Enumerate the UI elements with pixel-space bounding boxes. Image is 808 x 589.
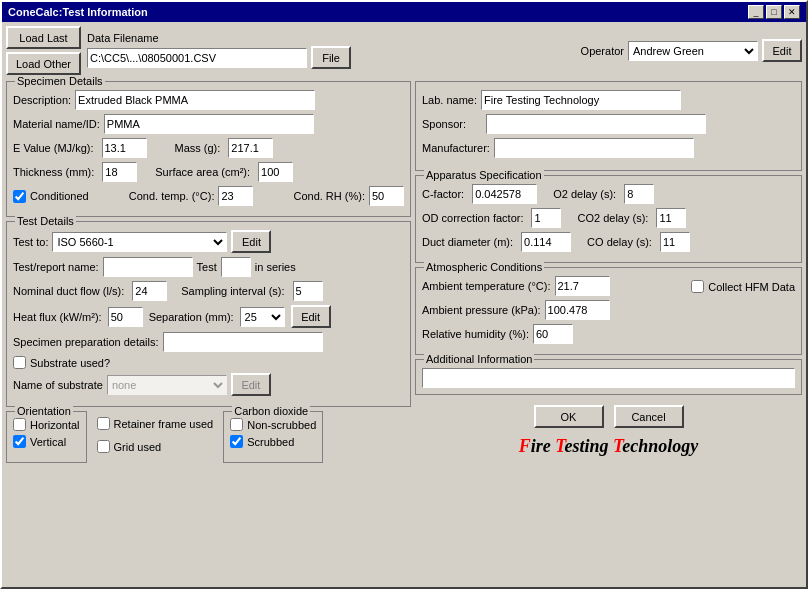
material-label: Material name/ID: <box>13 118 100 130</box>
apparatus-group: Apparatus Specification C-factor: O2 del… <box>415 175 802 263</box>
conditioned-checkbox[interactable] <box>13 190 26 203</box>
load-other-button[interactable]: Load Other <box>6 52 81 75</box>
test-to-edit-button[interactable]: Edit <box>231 230 271 253</box>
file-button[interactable]: File <box>311 46 351 69</box>
operator-select[interactable]: Andrew Green <box>628 41 758 61</box>
co2-delay-input[interactable] <box>656 208 686 228</box>
vertical-checkbox[interactable] <box>13 435 26 448</box>
ambient-pressure-input[interactable] <box>545 300 610 320</box>
cond-rh-input[interactable] <box>369 186 404 206</box>
main-window: ConeCalc:Test Information _ □ ✕ Load Las… <box>0 0 808 589</box>
duct-diameter-label: Duct diameter (m): <box>422 236 513 248</box>
e-value-label: E Value (MJ/kg): <box>13 142 94 154</box>
c-factor-input[interactable] <box>472 184 537 204</box>
e-value-input[interactable] <box>102 138 147 158</box>
cond-rh-label: Cond. RH (%): <box>293 190 365 202</box>
data-filename-label: Data Filename <box>87 32 565 44</box>
minimize-button[interactable]: _ <box>748 5 764 19</box>
co2-delay-label: CO2 delay (s): <box>577 212 648 224</box>
additional-info-group: Additional Information <box>415 359 802 395</box>
retainer-checkbox[interactable] <box>97 417 110 430</box>
substrate-name-select[interactable]: none <box>107 375 227 395</box>
operator-edit-button[interactable]: Edit <box>762 39 802 62</box>
conditioned-label: Conditioned <box>30 190 89 202</box>
substrate-checkbox[interactable] <box>13 356 26 369</box>
thickness-input[interactable] <box>102 162 137 182</box>
separation-label: Separation (mm): <box>149 311 234 323</box>
test-report-input[interactable] <box>103 257 193 277</box>
c-factor-label: C-factor: <box>422 188 464 200</box>
filename-input[interactable] <box>87 48 307 68</box>
separation-select[interactable]: 25 <box>240 307 285 327</box>
material-input[interactable] <box>104 114 314 134</box>
ambient-temp-input[interactable] <box>555 276 610 296</box>
description-label: Description: <box>13 94 71 106</box>
ambient-pressure-label: Ambient pressure (kPa): <box>422 304 541 316</box>
load-last-button[interactable]: Load Last <box>6 26 81 49</box>
additional-info-input[interactable] <box>422 368 795 388</box>
cancel-button[interactable]: Cancel <box>614 405 684 428</box>
test-to-label: Test to: <box>13 236 48 248</box>
grid-checkbox[interactable] <box>97 440 110 453</box>
specimen-details-group: Specimen Details Description: Material n… <box>6 81 411 217</box>
test-details-label: Test Details <box>15 215 76 227</box>
non-scrubbed-checkbox[interactable] <box>230 418 243 431</box>
retainer-section: Retainer frame used Grid used <box>91 411 220 463</box>
horizontal-checkbox[interactable] <box>13 418 26 431</box>
relative-humidity-input[interactable] <box>533 324 573 344</box>
thickness-label: Thickness (mm): <box>13 166 94 178</box>
carbon-dioxide-group: Carbon dioxide Non-scrubbed Scrubbed <box>223 411 323 463</box>
heat-flux-input[interactable] <box>108 307 143 327</box>
o2-delay-input[interactable] <box>624 184 654 204</box>
lab-name-input[interactable] <box>481 90 681 110</box>
in-series-input[interactable] <box>221 257 251 277</box>
mass-input[interactable] <box>228 138 273 158</box>
sampling-interval-label: Sampling interval (s): <box>181 285 284 297</box>
orientation-label: Orientation <box>15 405 73 417</box>
heat-flux-label: Heat flux (kW/m²): <box>13 311 102 323</box>
specimen-prep-input[interactable] <box>163 332 323 352</box>
collect-hfm-checkbox[interactable] <box>691 280 704 293</box>
nominal-duct-input[interactable] <box>132 281 167 301</box>
sponsor-input[interactable] <box>486 114 706 134</box>
non-scrubbed-label: Non-scrubbed <box>247 419 316 431</box>
action-buttons: OK Cancel <box>415 405 802 428</box>
od-correction-input[interactable] <box>531 208 561 228</box>
horizontal-label: Horizontal <box>30 419 80 431</box>
sampling-interval-input[interactable] <box>293 281 323 301</box>
substrate-name-label: Name of substrate <box>13 379 103 391</box>
orientation-group: Orientation Horizontal Vertical <box>6 411 87 463</box>
grid-label: Grid used <box>114 441 162 453</box>
surface-area-input[interactable] <box>258 162 293 182</box>
manufacturer-input[interactable] <box>494 138 694 158</box>
close-button[interactable]: ✕ <box>784 5 800 19</box>
scrubbed-checkbox[interactable] <box>230 435 243 448</box>
duct-diameter-input[interactable] <box>521 232 571 252</box>
right-panel: Lab. name: Sponsor: Manufacturer: Appara… <box>415 81 802 463</box>
carbon-dioxide-label: Carbon dioxide <box>232 405 310 417</box>
substrate-edit-button[interactable]: Edit <box>231 373 271 396</box>
sponsor-label: Sponsor: <box>422 118 466 130</box>
atmospheric-label: Atmospheric Conditions <box>424 261 544 273</box>
atmospheric-group: Atmospheric Conditions Ambient temperatu… <box>415 267 802 355</box>
cond-temp-input[interactable] <box>218 186 253 206</box>
left-panel: Specimen Details Description: Material n… <box>6 81 411 463</box>
specimen-details-label: Specimen Details <box>15 75 105 87</box>
co-delay-input[interactable] <box>660 232 690 252</box>
title-bar-buttons: _ □ ✕ <box>748 5 800 19</box>
test-details-group: Test Details Test to: ISO 5660-1 Edit Te… <box>6 221 411 407</box>
apparatus-label: Apparatus Specification <box>424 169 544 181</box>
scrubbed-label: Scrubbed <box>247 436 294 448</box>
od-correction-label: OD correction factor: <box>422 212 523 224</box>
mass-label: Mass (g): <box>175 142 221 154</box>
description-input[interactable] <box>75 90 315 110</box>
lab-info-group: Lab. name: Sponsor: Manufacturer: <box>415 81 802 171</box>
nominal-duct-label: Nominal duct flow (l/s): <box>13 285 124 297</box>
separation-edit-button[interactable]: Edit <box>291 305 331 328</box>
window-content: Load Last Load Other Data Filename File … <box>2 22 806 587</box>
test-to-select[interactable]: ISO 5660-1 <box>52 232 227 252</box>
relative-humidity-label: Relative humidity (%): <box>422 328 529 340</box>
maximize-button[interactable]: □ <box>766 5 782 19</box>
ok-button[interactable]: OK <box>534 405 604 428</box>
collect-hfm-label: Collect HFM Data <box>708 281 795 293</box>
